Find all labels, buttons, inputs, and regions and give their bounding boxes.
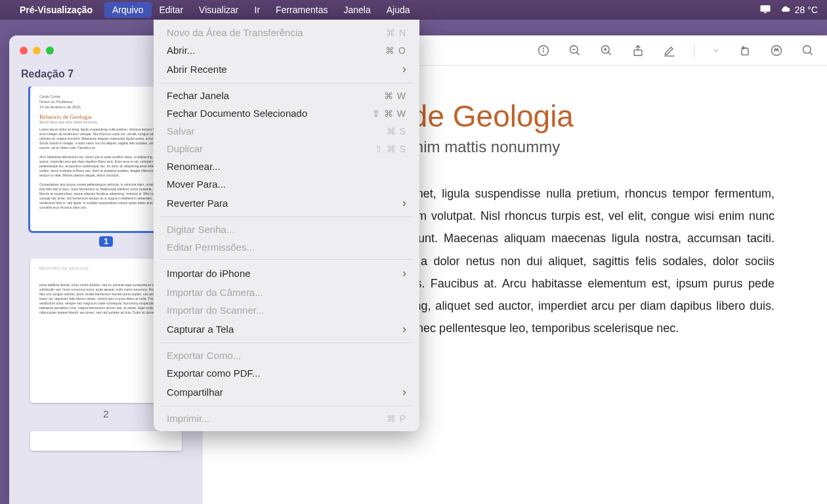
menu-janela[interactable]: Janela <box>335 2 378 18</box>
menu-ajuda[interactable]: Ajuda <box>379 2 418 18</box>
thumbnail-page-3[interactable] <box>30 431 182 451</box>
menu-editar[interactable]: Editar <box>152 2 192 18</box>
menu-item[interactable]: Mover Para... <box>154 175 419 193</box>
svg-line-5 <box>577 52 580 54</box>
thumb2-heading: RELATÓRIO DE GEOLOGIA <box>39 266 173 271</box>
cloud-icon <box>779 5 791 16</box>
chevron-down-icon[interactable] <box>711 43 721 58</box>
info-icon[interactable] <box>536 43 551 58</box>
highlight-icon[interactable] <box>662 43 677 58</box>
weather-status[interactable]: 28 °C <box>779 5 818 16</box>
thumb-body: Lorem ipsum dolor sit amet, ligula suspe… <box>39 127 173 210</box>
markup-icon[interactable] <box>769 43 784 58</box>
menu-item: Imprimir...⌘ P <box>154 410 419 427</box>
screen-mirror-icon[interactable] <box>759 5 771 16</box>
toolbar-separator <box>694 44 694 57</box>
thumb-meta: Carla Costa Notas do Professor 14 de fev… <box>39 94 173 110</box>
menu-item: Exportar Como... <box>154 346 419 364</box>
menu-item[interactable]: Capturar a Tela› <box>154 319 419 339</box>
thumb-title: Relatório de Geologia <box>39 114 173 120</box>
menu-ir[interactable]: Ir <box>247 2 268 18</box>
thumb2-body: porta eleifend lacinia, tortor morbi ult… <box>39 283 173 315</box>
thumb-subtitle: Sed et lacus quis enim mattis nonummy <box>39 120 173 124</box>
svg-point-15 <box>803 45 811 53</box>
traffic-lights <box>20 47 54 54</box>
minimize-button[interactable] <box>33 47 41 54</box>
menu-item[interactable]: Exportar como PDF... <box>154 364 419 382</box>
share-icon[interactable] <box>631 43 645 58</box>
menu-item[interactable]: Abrir...⌘ O <box>154 41 419 59</box>
menu-item: Digitar Senha... <box>154 220 419 238</box>
menu-visualizar[interactable]: Visualizar <box>191 2 246 18</box>
close-button[interactable] <box>20 47 28 54</box>
svg-rect-13 <box>742 48 748 54</box>
menu-item: Salvar⌘ S <box>154 122 419 140</box>
svg-rect-0 <box>760 5 770 12</box>
menu-item[interactable]: Renomear... <box>154 158 419 175</box>
app-name[interactable]: Pré-Visualização <box>20 5 93 15</box>
arquivo-menu: Novo da Área de Transferência⌘ NAbrir...… <box>154 20 419 431</box>
maximize-button[interactable] <box>46 47 54 54</box>
menu-item: Novo da Área de Transferência⌘ N <box>154 24 419 41</box>
menu-item: Duplicar⇧ ⌘ S <box>154 140 419 158</box>
menu-item[interactable]: Fechar Documento Selecionado⇧ ⌘ W <box>154 104 419 122</box>
svg-line-8 <box>608 52 611 54</box>
rotate-icon[interactable] <box>738 43 752 58</box>
svg-point-3 <box>543 48 544 49</box>
zoom-out-icon[interactable] <box>568 43 582 58</box>
menu-item: Importar da Câmera... <box>154 284 419 301</box>
temperature-label: 28 °C <box>795 5 818 15</box>
menu-item[interactable]: Importar do iPhone› <box>154 263 419 284</box>
menu-item[interactable]: Abrir Recente› <box>154 59 419 79</box>
menu-arquivo[interactable]: Arquivo <box>104 2 151 18</box>
menu-ferramentas[interactable]: Ferramentas <box>268 2 335 18</box>
search-icon[interactable] <box>801 43 815 58</box>
zoom-in-icon[interactable] <box>599 43 614 58</box>
menu-item: Editar Permissões... <box>154 238 419 256</box>
menu-item: Importar do Scanner... <box>154 301 419 319</box>
menu-item[interactable]: Compartilhar› <box>154 382 419 402</box>
menubar: Pré-Visualização Arquivo Editar Visualiz… <box>0 0 827 20</box>
menu-item[interactable]: Fechar Janela⌘ W <box>154 87 419 104</box>
svg-line-16 <box>810 52 813 54</box>
menu-item[interactable]: Reverter Para› <box>154 193 419 213</box>
